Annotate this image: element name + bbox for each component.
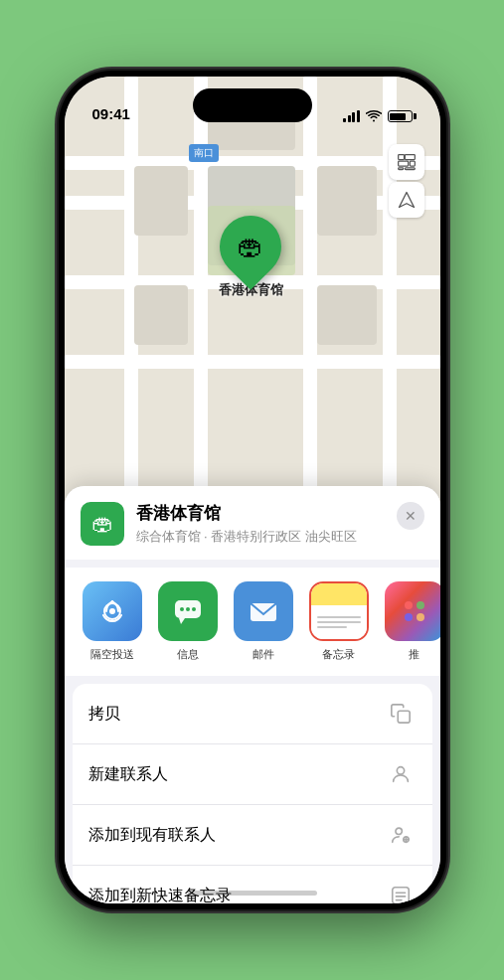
- wifi-icon: [366, 110, 382, 122]
- south-entrance-label: 南口: [189, 144, 223, 162]
- dynamic-island: [193, 88, 312, 122]
- venue-icon: 🏟: [81, 502, 124, 546]
- svg-point-16: [397, 767, 404, 774]
- action-more[interactable]: 推: [383, 581, 440, 662]
- svg-rect-3: [410, 161, 415, 166]
- map-type-button[interactable]: [389, 144, 424, 180]
- menu-item-copy-label: 拷贝: [88, 704, 120, 725]
- home-indicator: [188, 891, 317, 896]
- menu-item-quick-note[interactable]: 添加到新快速备忘录: [73, 866, 432, 903]
- signal-bars-icon: [343, 110, 360, 122]
- venue-name: 香港体育馆: [136, 502, 385, 525]
- menu-item-new-contact-label: 新建联系人: [88, 764, 168, 785]
- more-label: 推: [409, 647, 420, 662]
- map-controls: [389, 144, 424, 218]
- svg-rect-21: [392, 888, 409, 903]
- notes-label: 备忘录: [322, 647, 355, 662]
- notes-icon: [309, 581, 369, 641]
- close-button[interactable]: ✕: [397, 502, 424, 530]
- menu-item-copy[interactable]: 拷贝: [73, 684, 432, 744]
- action-airdrop[interactable]: 隔空投送: [81, 581, 144, 662]
- marker-icon: 🏟: [238, 232, 263, 262]
- south-entrance-badge: 南口: [189, 144, 219, 162]
- bottom-sheet: 🏟 香港体育馆 综合体育馆 · 香港特别行政区 油尖旺区 ✕: [65, 486, 440, 903]
- venue-description: 综合体育馆 · 香港特别行政区 油尖旺区: [136, 528, 385, 546]
- venue-info: 香港体育馆 综合体育馆 · 香港特别行政区 油尖旺区: [136, 502, 385, 546]
- menu-section: 拷贝 新建联系人: [73, 684, 432, 903]
- action-notes[interactable]: 备忘录: [307, 581, 371, 662]
- menu-item-new-contact[interactable]: 新建联系人: [73, 744, 432, 805]
- svg-marker-10: [179, 618, 185, 624]
- svg-point-17: [395, 828, 401, 834]
- battery-icon: [388, 110, 413, 122]
- svg-point-12: [186, 607, 190, 611]
- signal-bar-2: [348, 115, 351, 122]
- svg-point-8: [109, 608, 115, 614]
- marker-pin: 🏟: [207, 203, 294, 290]
- action-mail[interactable]: 邮件: [232, 581, 295, 662]
- svg-point-13: [192, 607, 196, 611]
- venue-marker[interactable]: 🏟 香港体育馆: [219, 216, 283, 299]
- airdrop-icon: [83, 581, 142, 641]
- airdrop-label: 隔空投送: [90, 647, 134, 662]
- phone-screen: 09:41: [65, 77, 440, 903]
- svg-point-11: [180, 607, 184, 611]
- add-existing-icon: [385, 819, 417, 851]
- share-actions-row: 隔空投送 信息: [65, 568, 440, 676]
- menu-item-add-existing-label: 添加到现有联系人: [88, 825, 216, 846]
- svg-rect-15: [398, 711, 410, 723]
- copy-icon: [385, 698, 417, 730]
- svg-marker-6: [399, 193, 414, 208]
- status-time: 09:41: [92, 105, 130, 124]
- svg-rect-1: [405, 155, 415, 160]
- mail-label: 邮件: [252, 647, 274, 662]
- svg-rect-5: [405, 168, 415, 170]
- status-icons: [343, 110, 413, 124]
- action-messages[interactable]: 信息: [156, 581, 220, 662]
- messages-label: 信息: [177, 647, 199, 662]
- location-button[interactable]: [389, 182, 424, 218]
- quick-note-icon: [385, 880, 417, 903]
- svg-rect-0: [398, 155, 404, 160]
- messages-icon: [158, 581, 218, 641]
- phone-frame: 09:41: [59, 71, 446, 909]
- new-contact-icon: [385, 758, 417, 790]
- map-area[interactable]: 南口 🏟 香港体育馆: [65, 77, 440, 534]
- signal-bar-1: [343, 118, 346, 122]
- more-icon: [385, 581, 440, 641]
- svg-rect-4: [398, 168, 403, 170]
- signal-bar-3: [352, 112, 355, 122]
- svg-rect-2: [398, 161, 408, 166]
- menu-item-add-existing[interactable]: 添加到现有联系人: [73, 805, 432, 866]
- signal-bar-4: [357, 110, 360, 122]
- mail-icon: [234, 581, 293, 641]
- venue-header: 🏟 香港体育馆 综合体育馆 · 香港特别行政区 油尖旺区 ✕: [65, 486, 440, 560]
- battery-fill: [390, 113, 406, 120]
